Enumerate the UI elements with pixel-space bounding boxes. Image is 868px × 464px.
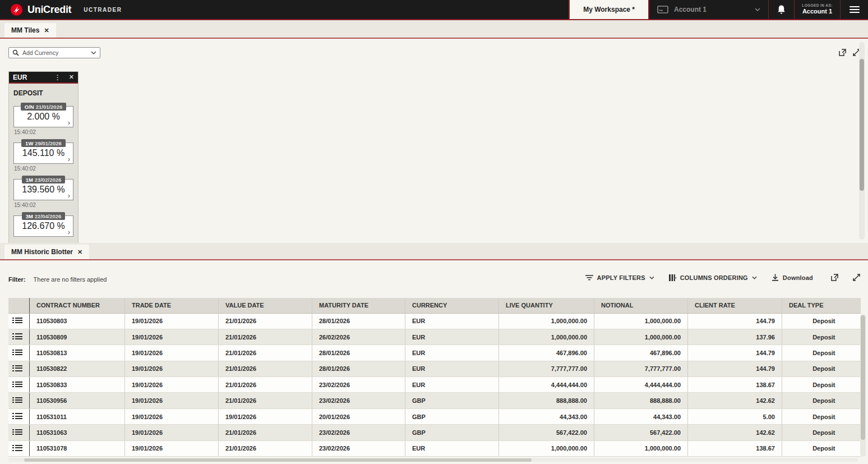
close-icon[interactable]: ✕ — [44, 27, 49, 34]
account-card-icon — [657, 6, 668, 13]
table-cell: 28/01/2026 — [312, 361, 405, 376]
chevron-right-icon[interactable]: › — [68, 155, 70, 163]
account-selector[interactable]: Account 1 — [649, 0, 768, 19]
row-menu-icon[interactable] — [15, 428, 22, 437]
brand-name: UniCredit — [27, 4, 71, 16]
chevron-right-icon[interactable]: › — [68, 228, 70, 236]
chevron-right-icon[interactable]: › — [68, 118, 70, 127]
table-cell: 21/01/2026 — [219, 393, 312, 408]
add-currency-select[interactable]: Add Currency — [8, 47, 100, 58]
column-header[interactable]: DEAL TYPE — [782, 298, 861, 313]
column-header[interactable]: VALUE DATE — [219, 298, 312, 313]
download-icon — [772, 274, 779, 281]
kebab-menu-icon[interactable]: ⋮ — [54, 73, 61, 81]
table-row[interactable]: 11053080319/01/202621/01/202628/01/2026E… — [8, 313, 861, 329]
table-row[interactable]: 11053107819/01/202621/01/202623/02/2026E… — [8, 440, 861, 456]
column-header[interactable]: CONTRACT NUMBER — [30, 298, 125, 313]
column-header[interactable]: TRADE DATE — [125, 298, 219, 313]
table-cell: 1,000,000.00 — [594, 329, 688, 344]
column-header[interactable]: LIVE QUANTITY — [499, 298, 594, 313]
chevron-right-icon[interactable]: › — [68, 191, 70, 200]
row-menu-icon[interactable] — [15, 348, 22, 357]
tenor-badge: 1W29/01/2026 — [21, 139, 66, 147]
workspace-tab[interactable]: My Workspace * — [569, 0, 649, 19]
download-button[interactable]: Download — [772, 274, 813, 281]
notifications-button[interactable] — [768, 0, 794, 19]
apply-filters-button[interactable]: APPLY FILTERS — [585, 274, 654, 281]
tiles-vertical-scrollbar[interactable] — [859, 42, 865, 240]
row-menu-icon[interactable] — [15, 396, 22, 405]
column-header[interactable]: CURRENCY — [405, 298, 499, 313]
row-menu-cell — [8, 408, 30, 424]
table-cell: 19/01/2026 — [125, 361, 219, 376]
top-bar: UniCredit UCTRADER My Workspace * Accoun… — [0, 0, 868, 20]
table-cell: 23/02/2026 — [312, 393, 405, 408]
table-row[interactable]: 11053095619/01/202621/01/202623/02/2026G… — [8, 393, 861, 408]
row-menu-icon[interactable] — [15, 444, 22, 452]
row-menu-icon[interactable] — [15, 380, 22, 388]
table-row[interactable]: 11053082219/01/202621/01/202628/01/2026E… — [8, 361, 861, 376]
scrollbar-thumb[interactable] — [861, 315, 865, 440]
blotter-horizontal-scrollbar[interactable] — [8, 458, 858, 462]
column-header[interactable]: MATURITY DATE — [312, 298, 405, 313]
rate-card-block: 3M22/04/2026126.670 %› — [13, 212, 73, 237]
scrollbar-thumb[interactable] — [860, 59, 864, 191]
row-menu-cell — [8, 313, 30, 329]
tab-mm-historic-blotter[interactable]: MM Historic Blotter ✕ — [4, 245, 89, 259]
logged-in-account: Account 1 — [802, 8, 832, 16]
table-cell: 19/01/2026 — [125, 377, 219, 393]
scrollbar-thumb[interactable] — [24, 458, 532, 462]
table-row[interactable]: 11053083319/01/202621/01/202623/02/2026E… — [8, 377, 861, 393]
table-cell: Deposit — [782, 440, 861, 456]
table-cell: Deposit — [782, 408, 861, 424]
row-menu-icon[interactable] — [15, 316, 22, 325]
table-cell: 144.79 — [688, 361, 782, 376]
rate-card-block: 1M23/02/2026139.560 %›15:40:02 — [13, 176, 73, 208]
table-cell: 23/02/2026 — [312, 377, 405, 393]
table-cell: 19/01/2026 — [125, 393, 219, 408]
table-row[interactable]: 11053101119/01/202619/01/202620/01/2026G… — [8, 408, 861, 424]
table-cell: Deposit — [782, 329, 861, 344]
table-cell: 21/01/2026 — [219, 377, 312, 393]
table-cell: EUR — [405, 361, 499, 376]
tenor-label: O/N — [25, 104, 34, 110]
blotter-table-body: 11053080319/01/202621/01/202628/01/2026E… — [8, 313, 861, 457]
tenor-badge: O/N21/01/2026 — [21, 103, 66, 111]
popout-panel-button[interactable] — [831, 274, 838, 281]
table-row[interactable]: 11053080919/01/202621/01/202626/02/2026E… — [8, 329, 861, 344]
tenor-label: 3M — [26, 213, 33, 219]
columns-ordering-button[interactable]: COLUMNS ORDERING — [669, 274, 757, 281]
close-icon[interactable]: ✕ — [69, 73, 74, 81]
close-icon[interactable]: ✕ — [77, 249, 82, 256]
tile-cards: O/N21/01/20262.000 %›15:40:021W29/01/202… — [13, 103, 73, 237]
chevron-down-icon — [649, 276, 654, 279]
table-row[interactable]: 11053106319/01/202621/01/202623/02/2026G… — [8, 425, 861, 440]
main-menu-button[interactable] — [840, 0, 868, 19]
row-menu-icon[interactable] — [15, 364, 22, 373]
table-cell: 19/01/2026 — [125, 440, 219, 456]
table-cell: Deposit — [782, 361, 861, 376]
tab-mm-tiles[interactable]: MM Tiles ✕ — [4, 23, 56, 38]
row-menu-icon[interactable] — [15, 412, 22, 420]
popout-panel-button[interactable] — [839, 49, 846, 56]
rate-card-block: O/N21/01/20262.000 %›15:40:02 — [13, 103, 73, 135]
app-name: UCTRADER — [84, 7, 122, 13]
blotter-vertical-scrollbar[interactable] — [860, 314, 866, 457]
column-header[interactable]: CLIENT RATE — [688, 298, 782, 313]
column-header[interactable]: NOTIONAL — [594, 298, 688, 313]
table-cell: 137.96 — [688, 329, 782, 344]
logged-in-info: LOGGED IN AS: Account 1 — [794, 0, 840, 19]
table-cell: 21/01/2026 — [219, 329, 312, 344]
row-menu-icon[interactable] — [15, 332, 22, 341]
table-row[interactable]: 11053081319/01/202621/01/202628/01/2026E… — [8, 345, 861, 361]
filter-label: Filter: — [8, 276, 26, 283]
tenor-label: 1W — [25, 140, 33, 146]
table-cell: 21/01/2026 — [219, 440, 312, 456]
expand-panel-button[interactable] — [853, 274, 860, 281]
currency-tile-eur: EUR ⋮ ✕ DEPOSIT O/N21/01/20262.000 %›15:… — [8, 71, 79, 243]
rate-value: 145.110 % — [22, 148, 64, 158]
table-cell: 19/01/2026 — [125, 329, 219, 344]
popout-icon — [839, 49, 846, 56]
table-cell: 28/01/2026 — [312, 345, 405, 361]
tile-currency: EUR — [13, 73, 54, 81]
